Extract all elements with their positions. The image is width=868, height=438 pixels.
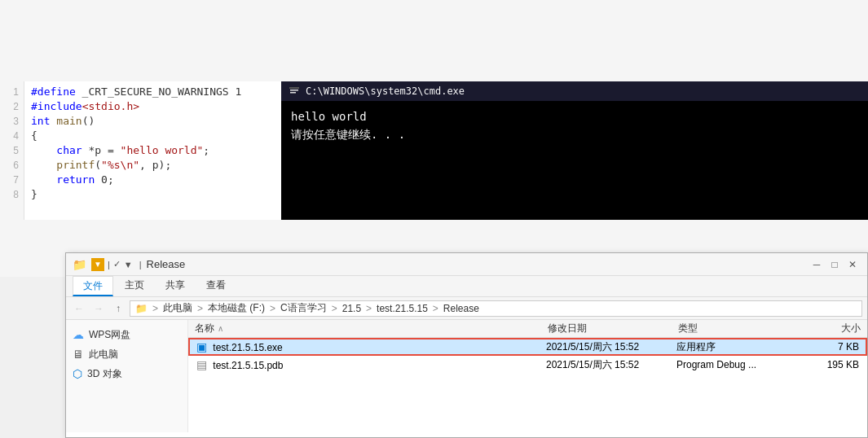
line-num-2: 2 (0, 99, 24, 114)
nav-up-btn[interactable]: ↑ (110, 300, 126, 317)
line-num-3: 3 (0, 114, 24, 129)
file-name-exe: test.21.5.15.exe (213, 342, 282, 353)
line-numbers: 1 2 3 4 5 6 7 8 (0, 81, 24, 220)
sidebar-3dobjects[interactable]: ⬡ 3D 对象 (66, 364, 187, 383)
col-date-label: 修改日期 (548, 322, 587, 335)
col-header-size[interactable]: 大小 (802, 322, 867, 335)
cmd-icon (288, 85, 301, 98)
line-num-6: 6 (0, 158, 24, 173)
sidebar-thispc[interactable]: 🖥 此电脑 (66, 344, 187, 364)
pdb-file-icon: ▤ (196, 358, 207, 371)
address-bar: ← → ↑ 📁 > 此电脑 > 本地磁盘 (F:) > C语言学习 > 21.5… (66, 297, 867, 320)
file-cell-size-exe: 7 KB (800, 341, 866, 353)
ribbon-tab-view[interactable]: 查看 (196, 276, 236, 296)
ribbon-tab-file[interactable]: 文件 (73, 276, 113, 296)
file-cell-date-exe: 2021/5/15/周六 15:52 (540, 340, 670, 354)
ribbon-tab-home[interactable]: 主页 (115, 276, 154, 296)
svg-rect-1 (290, 90, 298, 91)
path-sep-2: > (197, 303, 203, 314)
cmd-output: hello world 请按任意键继续. . . (281, 101, 868, 220)
wps-icon: ☁ (73, 328, 84, 341)
explorer-folder-icon: 📁 (73, 258, 86, 271)
cmd-output-line1: hello world (291, 107, 858, 125)
svg-rect-3 (289, 87, 299, 89)
line-num-5: 5 (0, 143, 24, 158)
ribbon-tab-share[interactable]: 共享 (156, 276, 195, 296)
col-header-type[interactable]: 类型 (672, 322, 802, 335)
code-editor: 1 2 3 4 5 6 7 8 #define _CRT_SECURE_NO_W… (0, 81, 868, 220)
path-folder1: C语言学习 (280, 301, 327, 315)
line-num-7: 7 (0, 173, 24, 187)
path-drive: 本地磁盘 (F:) (208, 301, 265, 315)
cmd-window: C:\WINDOWS\system32\cmd.exe hello world … (281, 81, 868, 220)
file-list-area: 名称 ∧ 修改日期 类型 大小 ▣ test.21.5.15.exe (188, 320, 867, 432)
path-sep-3: > (270, 303, 275, 314)
cmd-title-text: C:\WINDOWS\system32\cmd.exe (306, 85, 465, 97)
exe-file-icon: ▣ (196, 340, 207, 353)
col-type-label: 类型 (678, 322, 698, 335)
file-cell-name-pdb: ▤ test.21.5.15.pdb (190, 358, 540, 371)
window-controls: ─ □ ✕ (809, 256, 861, 273)
file-name-pdb: test.21.5.15.pdb (213, 360, 283, 371)
path-folder3: test.21.5.15 (377, 303, 428, 314)
explorer-main: ☁ WPS网盘 🖥 此电脑 ⬡ 3D 对象 名称 ∧ 修改日期 (66, 320, 867, 432)
svg-rect-2 (290, 92, 296, 94)
nav-forward-btn[interactable]: → (90, 300, 107, 317)
file-cell-name-exe: ▣ test.21.5.15.exe (190, 340, 540, 353)
path-folder4: Release (443, 303, 479, 314)
file-cell-type-exe: 应用程序 (670, 340, 800, 354)
file-cell-date-pdb: 2021/5/15/周六 15:52 (540, 358, 670, 372)
file-list-header: 名称 ∧ 修改日期 类型 大小 (188, 320, 867, 338)
col-size-label: 大小 (841, 322, 861, 335)
line-num-8: 8 (0, 187, 24, 202)
col-header-date[interactable]: 修改日期 (541, 322, 672, 335)
file-cell-size-pdb: 195 KB (800, 359, 866, 370)
maximize-btn[interactable]: □ (826, 256, 843, 273)
sidebar-thispc-label: 此电脑 (89, 348, 118, 361)
file-row-pdb[interactable]: ▤ test.21.5.15.pdb 2021/5/15/周六 15:52 Pr… (188, 356, 867, 374)
col-name-label: 名称 (195, 322, 214, 335)
path-sep-4: > (332, 303, 337, 314)
col-sort-icon: ∧ (218, 324, 223, 333)
pc-icon: 🖥 (73, 348, 84, 361)
path-sep-1: > (152, 303, 158, 314)
file-row-exe[interactable]: ▣ test.21.5.15.exe 2021/5/15/周六 15:52 应用… (188, 338, 867, 356)
explorer-title-text: Release (147, 258, 186, 270)
3d-icon: ⬡ (73, 367, 82, 380)
sidebar-wps-label: WPS网盘 (89, 328, 130, 342)
line-num-1: 1 (0, 85, 24, 99)
cmd-output-line2: 请按任意键继续. . . (291, 125, 858, 143)
address-path[interactable]: 📁 > 此电脑 > 本地磁盘 (F:) > C语言学习 > 21.5 > tes… (130, 300, 862, 317)
explorer-title-bar: 📁 ▼ | ✓ ▼ | Release ─ □ ✕ (66, 253, 867, 276)
line-num-4: 4 (0, 129, 24, 143)
sidebar-wps[interactable]: ☁ WPS网盘 (66, 325, 187, 344)
close-btn[interactable]: ✕ (844, 256, 861, 273)
cmd-title-bar: C:\WINDOWS\system32\cmd.exe (281, 81, 868, 101)
path-sep-5: > (366, 303, 372, 314)
explorer-sidebar: ☁ WPS网盘 🖥 此电脑 ⬡ 3D 对象 (66, 320, 188, 432)
ribbon-tabs: 文件 主页 共享 查看 (66, 276, 867, 297)
minimize-btn[interactable]: ─ (809, 256, 825, 273)
path-folder-icon: 📁 (135, 303, 148, 314)
explorer-window: 📁 ▼ | ✓ ▼ | Release ─ □ ✕ 文件 主页 共享 查看 ← … (65, 252, 868, 438)
nav-back-btn[interactable]: ← (71, 300, 87, 317)
path-sep-6: > (433, 303, 438, 314)
sidebar-3d-label: 3D 对象 (87, 367, 122, 381)
path-folder2: 21.5 (342, 303, 361, 314)
col-header-name[interactable]: 名称 ∧ (188, 322, 541, 335)
file-cell-type-pdb: Program Debug ... (670, 359, 800, 370)
path-pc: 此电脑 (163, 301, 192, 315)
